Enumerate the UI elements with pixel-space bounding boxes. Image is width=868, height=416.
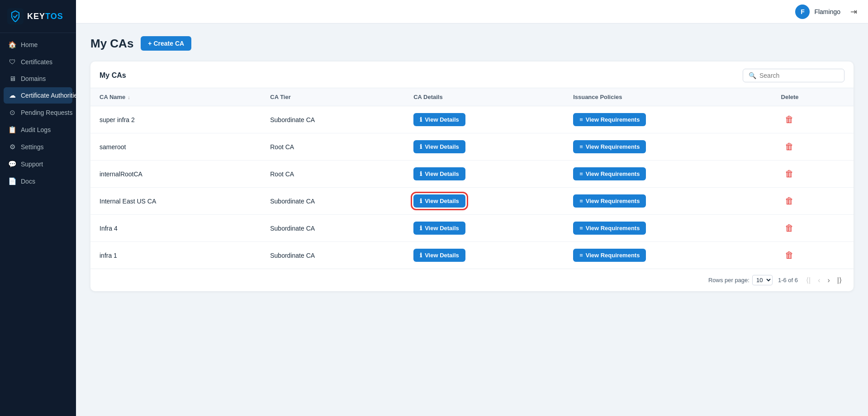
search-input[interactable]: [759, 72, 839, 79]
cell-ca-name: super infra 2: [90, 106, 261, 133]
info-icon: ℹ: [420, 252, 422, 259]
requirements-icon: ≡: [579, 143, 583, 150]
delete-button[interactable]: 🗑: [781, 194, 797, 208]
view-requirements-button[interactable]: ≡ View Requirements: [573, 249, 646, 262]
sidebar-item-label: Audit Logs: [21, 126, 51, 133]
support-icon: 💬: [8, 160, 16, 168]
view-requirements-button[interactable]: ≡ View Requirements: [573, 222, 646, 235]
table-card: My CAs 🔍 CA Name ↓ CA Tie: [90, 61, 854, 291]
cell-issuance-policies: ≡ View Requirements: [564, 161, 772, 188]
cell-delete: 🗑: [772, 161, 854, 188]
settings-icon: ⚙: [8, 143, 16, 151]
delete-button[interactable]: 🗑: [781, 140, 797, 154]
requirements-icon: ≡: [579, 198, 583, 204]
requirements-icon: ≡: [579, 252, 583, 259]
sidebar-item-support[interactable]: 💬Support: [4, 156, 72, 172]
view-details-button[interactable]: ℹ View Details: [413, 249, 465, 262]
sidebar-item-label: Pending Requests: [21, 109, 72, 116]
view-details-button[interactable]: ℹ View Details: [413, 167, 465, 180]
audit-logs-icon: 📋: [8, 126, 16, 134]
sort-icon-ca-name: ↓: [128, 95, 130, 100]
cell-ca-tier: Subordinate CA: [261, 188, 404, 215]
view-details-button[interactable]: ℹ View Details: [413, 222, 465, 235]
cell-ca-tier: Subordinate CA: [261, 106, 404, 133]
cell-ca-details: ℹ View Details: [404, 161, 564, 188]
view-requirements-button[interactable]: ≡ View Requirements: [573, 194, 646, 208]
cell-delete: 🗑: [772, 215, 854, 242]
delete-button[interactable]: 🗑: [781, 248, 797, 262]
sidebar-item-home[interactable]: 🏠Home: [4, 37, 72, 53]
page-last-button[interactable]: |⟩: [835, 274, 844, 286]
page-next-button[interactable]: ›: [825, 275, 833, 286]
certificates-icon: 🛡: [8, 58, 16, 66]
page-first-button[interactable]: ⟨|: [803, 274, 813, 286]
sidebar-item-domains[interactable]: 🖥Domains: [4, 71, 72, 86]
sidebar-item-certificate-authorities[interactable]: ☁Certificate Authorities: [4, 87, 72, 104]
cell-ca-details: ℹ View Details: [404, 106, 564, 133]
view-details-button[interactable]: ℹ View Details: [413, 140, 465, 153]
page-header: My CAs + Create CA: [90, 36, 854, 51]
delete-button[interactable]: 🗑: [781, 113, 797, 127]
cell-ca-tier: Root CA: [261, 133, 404, 161]
view-requirements-button[interactable]: ≡ View Requirements: [573, 140, 646, 153]
view-details-button[interactable]: ℹ View Details: [413, 194, 465, 208]
table-row: Internal East US CA Subordinate CA ℹ Vie…: [90, 188, 854, 215]
home-icon: 🏠: [8, 41, 16, 49]
table-card-title: My CAs: [100, 71, 126, 80]
info-icon: ℹ: [420, 170, 422, 177]
rows-per-page-select[interactable]: 10 25 50: [752, 275, 773, 285]
search-box: 🔍: [743, 69, 844, 82]
cell-ca-name: infra 1: [90, 242, 261, 269]
user-info: F Flamingo ⇥: [795, 5, 857, 19]
table-card-header: My CAs 🔍: [90, 61, 854, 88]
cell-issuance-policies: ≡ View Requirements: [564, 215, 772, 242]
rows-per-page-label: Rows per page:: [708, 277, 749, 284]
logout-button[interactable]: ⇥: [850, 7, 857, 17]
sidebar-item-docs[interactable]: 📄Docs: [4, 173, 72, 189]
sidebar-nav: 🏠Home🛡Certificates🖥Domains☁Certificate A…: [0, 37, 76, 416]
cell-issuance-policies: ≡ View Requirements: [564, 242, 772, 269]
sidebar: KEYTOS 🏠Home🛡Certificates🖥Domains☁Certif…: [0, 0, 76, 416]
view-requirements-button[interactable]: ≡ View Requirements: [573, 167, 646, 180]
cell-ca-tier: Subordinate CA: [261, 215, 404, 242]
create-ca-button[interactable]: + Create CA: [141, 36, 191, 51]
requirements-icon: ≡: [579, 225, 583, 232]
sidebar-item-certificates[interactable]: 🛡Certificates: [4, 54, 72, 70]
sidebar-item-label: Support: [21, 161, 43, 168]
header: F Flamingo ⇥: [76, 0, 868, 24]
info-icon: ℹ: [420, 143, 422, 150]
domains-icon: 🖥: [8, 75, 16, 82]
col-delete: Delete: [772, 88, 854, 106]
table-row: sameroot Root CA ℹ View Details ≡ View R…: [90, 133, 854, 161]
delete-button[interactable]: 🗑: [781, 221, 797, 235]
cell-ca-details: ℹ View Details: [404, 215, 564, 242]
sidebar-item-settings[interactable]: ⚙Settings: [4, 139, 72, 155]
logo: KEYTOS: [0, 0, 76, 33]
table-body: super infra 2 Subordinate CA ℹ View Deta…: [90, 106, 854, 269]
avatar: F: [795, 5, 810, 19]
col-ca-tier: CA Tier: [261, 88, 404, 106]
sidebar-item-label: Domains: [21, 75, 46, 82]
rows-per-page: Rows per page: 10 25 50: [708, 275, 773, 285]
page-nav: ⟨| ‹ › |⟩: [803, 274, 844, 286]
sidebar-item-pending-requests[interactable]: ⊙Pending Requests: [4, 104, 72, 121]
sidebar-item-audit-logs[interactable]: 📋Audit Logs: [4, 122, 72, 138]
delete-button[interactable]: 🗑: [781, 167, 797, 181]
view-requirements-button[interactable]: ≡ View Requirements: [573, 113, 646, 126]
sidebar-item-label: Home: [21, 41, 38, 48]
table-row: Infra 4 Subordinate CA ℹ View Details ≡ …: [90, 215, 854, 242]
info-icon: ℹ: [420, 198, 422, 204]
main-area: F Flamingo ⇥ My CAs + Create CA My CAs 🔍: [76, 0, 868, 416]
sidebar-item-label: Docs: [21, 178, 35, 185]
cell-ca-details: ℹ View Details: [404, 188, 564, 215]
cell-ca-tier: Subordinate CA: [261, 242, 404, 269]
page-prev-button[interactable]: ‹: [815, 275, 823, 286]
search-icon: 🔍: [749, 72, 756, 79]
info-icon: ℹ: [420, 116, 422, 123]
cell-ca-details: ℹ View Details: [404, 242, 564, 269]
cell-delete: 🗑: [772, 188, 854, 215]
logo-text: KEYTOS: [27, 12, 63, 21]
cell-ca-name: Internal East US CA: [90, 188, 261, 215]
view-details-button[interactable]: ℹ View Details: [413, 113, 465, 126]
table-row: super infra 2 Subordinate CA ℹ View Deta…: [90, 106, 854, 133]
